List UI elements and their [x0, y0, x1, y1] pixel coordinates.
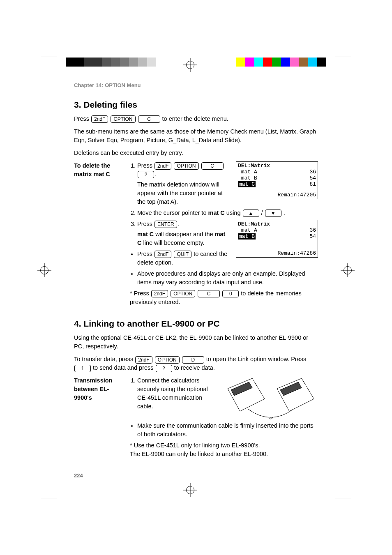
key-enter: ENTER	[154, 221, 177, 228]
crop-mark	[57, 41, 57, 58]
key-up-icon: ▲	[243, 210, 259, 217]
page: Chapter 14: OPTION Menu 3. Deleting file…	[0, 0, 392, 555]
crop-mark	[57, 497, 57, 514]
key-d: D	[182, 356, 204, 364]
key-option: OPTION	[155, 356, 180, 364]
text: .	[284, 210, 285, 216]
lcd-remain: Remain:47286	[277, 250, 316, 256]
page-number: 224	[74, 472, 318, 479]
text: Use the CE-451L only for linking two EL-…	[134, 442, 260, 449]
link-bullet: Make sure the communication cable is fir…	[137, 421, 318, 439]
intro-line: Press 2ndF OPTION C to enter the delete …	[74, 115, 318, 123]
lcd-title: DEL:Matrix	[238, 221, 316, 227]
chapter-heading: Chapter 14: OPTION Menu	[74, 82, 318, 88]
text: using	[226, 210, 242, 216]
key-2ndf: 2ndF	[135, 356, 152, 364]
side-heading-transmission: Transmission between EL-9900's	[74, 376, 123, 402]
crop-mark	[41, 57, 58, 57]
text: The EL-9900 can only be linked to anothe…	[130, 451, 268, 457]
link-star-note: Use the CE-451L only for linking two EL-…	[130, 441, 318, 458]
registration-mark-icon	[344, 266, 352, 274]
registration-mark-icon	[186, 486, 194, 494]
lcd-row: mat C81	[238, 181, 316, 187]
text: to receive data.	[174, 364, 215, 371]
step-1-note: The matrix deletion window will appear w…	[137, 180, 230, 206]
text: to open the Link option window. Press	[206, 356, 306, 362]
key-2ndf: 2ndF	[151, 290, 168, 297]
lcd-remain: Remain:47205	[277, 192, 316, 198]
registration-mark-icon	[186, 61, 194, 69]
text: To transfer data, press	[74, 356, 135, 362]
lcd-row: mat B54	[238, 233, 316, 240]
text: line will become empty.	[143, 240, 205, 246]
crop-mark	[335, 497, 335, 514]
crop-mark	[334, 498, 351, 498]
key-option: OPTION	[174, 162, 198, 170]
text: .	[154, 171, 156, 177]
step-1: Press 2ndF OPTION C 2. The matrix deleti…	[137, 161, 230, 206]
key-c: C	[198, 290, 220, 297]
paragraph: The sub-menu items are the same as those…	[74, 127, 318, 145]
text: Press	[137, 221, 154, 227]
bullet-cancel: Press 2ndF QUIT to cancel the delete opt…	[137, 250, 230, 267]
step-3: Press ENTER. mat C will disappear and th…	[137, 220, 230, 247]
paragraph: Deletions can be executed entry by entry…	[74, 149, 318, 157]
key-2ndf: 2ndF	[154, 251, 171, 258]
key-down-icon: ▼	[265, 210, 281, 217]
key-option: OPTION	[111, 115, 135, 123]
star-note: Press 2ndF OPTION C 0 to delete the memo…	[130, 289, 318, 306]
registration-mark-icon	[40, 266, 48, 274]
text: Press	[137, 162, 154, 169]
text: will disappear and the	[155, 231, 214, 237]
text: Press	[74, 115, 91, 122]
bold: mat C	[208, 210, 224, 216]
transfer-line: To transfer data, press 2ndF OPTION D to…	[74, 355, 318, 372]
lcd-row: mat A36	[238, 227, 316, 233]
lcd-screenshot-2: DEL:Matrix mat A36 mat B54 Remain:47286	[236, 220, 318, 258]
text: to send data and press	[93, 364, 155, 371]
color-bar	[236, 58, 326, 67]
key-2: 2	[138, 171, 154, 178]
text: Press	[134, 290, 151, 297]
text: to enter the delete menu.	[162, 115, 228, 122]
bold: mat C	[137, 231, 154, 237]
paragraph: Using the optional CE-451L or CE-LK2, th…	[74, 334, 318, 351]
step-2: Move the cursor pointer to mat C using ▲…	[137, 209, 318, 217]
key-2: 2	[156, 365, 172, 372]
key-c: C	[138, 115, 160, 123]
link-step-1: Connect the calculators securely using t…	[137, 376, 218, 411]
crop-mark	[335, 41, 335, 58]
key-2ndf: 2ndF	[91, 115, 108, 123]
procedure-body-link: Connect the calculators securely using t…	[130, 376, 318, 463]
key-quit: QUIT	[174, 251, 191, 258]
lcd-screenshot-1: DEL:Matrix mat A36 mat B54 mat C81 Remai…	[236, 161, 318, 199]
text: Move the cursor pointer to	[137, 210, 208, 216]
calculator-link-illustration	[224, 376, 318, 421]
key-c: C	[201, 162, 224, 170]
side-heading-delete-matc: To delete the matrix mat C	[74, 161, 123, 179]
crop-mark	[334, 57, 351, 57]
key-2ndf: 2ndF	[154, 162, 171, 170]
lcd-row: mat A36	[238, 169, 316, 175]
bullet-note: Above procedures and displays are only a…	[137, 269, 318, 287]
greyscale-bar	[66, 58, 156, 67]
text: .	[178, 221, 179, 227]
text: Press	[137, 251, 154, 257]
key-option: OPTION	[171, 290, 195, 297]
procedure-body: Press 2ndF OPTION C 2. The matrix deleti…	[130, 161, 318, 311]
lcd-row: mat B54	[238, 175, 316, 181]
section-title-delete: 3. Deleting files	[74, 100, 318, 110]
lcd-title: DEL:Matrix	[238, 163, 316, 169]
section-title-linking: 4. Linking to another EL-9900 or PC	[74, 319, 318, 329]
key-1: 1	[74, 365, 91, 372]
crop-mark	[41, 498, 58, 498]
page-content: Chapter 14: OPTION Menu 3. Deleting file…	[74, 82, 318, 473]
key-0: 0	[222, 290, 239, 297]
text: /	[261, 210, 265, 216]
